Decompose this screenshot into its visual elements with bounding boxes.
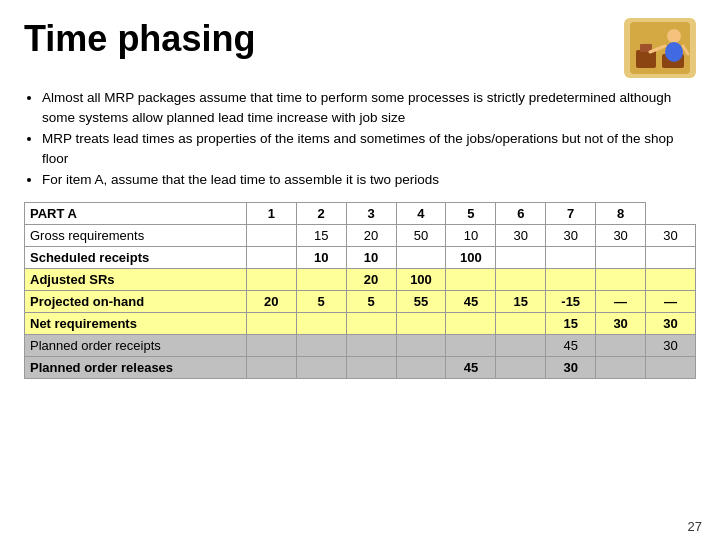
cell-r2-c6	[596, 268, 646, 290]
svg-rect-1	[636, 50, 656, 68]
cell-r5-c3	[446, 334, 496, 356]
cell-r3-c1: 5	[346, 290, 396, 312]
cell-r3-c0: 5	[296, 290, 346, 312]
header: Time phasing	[24, 18, 696, 78]
col-header-6: 6	[496, 202, 546, 224]
col-header-1: 1	[246, 202, 296, 224]
cell-r1-c7	[646, 246, 696, 268]
cell-r5-c7: 30	[646, 334, 696, 356]
col-header-7: 7	[546, 202, 596, 224]
row-blank	[246, 224, 296, 246]
cell-r0-c5: 30	[546, 224, 596, 246]
cell-r0-c1: 20	[346, 224, 396, 246]
cell-r2-c2: 100	[396, 268, 446, 290]
row-label: Planned order receipts	[25, 334, 247, 356]
cell-r6-c5: 30	[546, 356, 596, 378]
cell-r6-c1	[346, 356, 396, 378]
cell-r2-c3	[446, 268, 496, 290]
cell-r0-c6: 30	[596, 224, 646, 246]
cell-r4-c4	[496, 312, 546, 334]
row-blank	[246, 312, 296, 334]
cell-r1-c2	[396, 246, 446, 268]
cell-r0-c4: 30	[496, 224, 546, 246]
cell-r1-c0: 10	[296, 246, 346, 268]
cell-r2-c0	[296, 268, 346, 290]
cell-r3-c5: -15	[546, 290, 596, 312]
cell-r0-c0: 15	[296, 224, 346, 246]
cell-r1-c5	[546, 246, 596, 268]
table-row: Gross requirements1520501030303030	[25, 224, 696, 246]
row-blank	[246, 246, 296, 268]
cell-r4-c7: 30	[646, 312, 696, 334]
cell-r5-c5: 45	[546, 334, 596, 356]
cell-r6-c4	[496, 356, 546, 378]
bullet-1: Almost all MRP packages assume that time…	[42, 88, 696, 127]
cell-r1-c4	[496, 246, 546, 268]
row-label: Gross requirements	[25, 224, 247, 246]
table-row: Planned order releases4530	[25, 356, 696, 378]
cell-r3-c3: 45	[446, 290, 496, 312]
col-header-2: 2	[296, 202, 346, 224]
cell-r6-c2	[396, 356, 446, 378]
mrp-table: PART A 1 2 3 4 5 6 7 8 Gross requirement…	[24, 202, 696, 379]
bullet-list: Almost all MRP packages assume that time…	[24, 88, 696, 190]
cell-r4-c2	[396, 312, 446, 334]
slide: Time phasing Almost all MRP packages ass…	[0, 0, 720, 540]
cell-r5-c1	[346, 334, 396, 356]
row-blank	[246, 334, 296, 356]
row-label: Scheduled receipts	[25, 246, 247, 268]
cell-r6-c7	[646, 356, 696, 378]
row-blank	[246, 268, 296, 290]
cell-r4-c1	[346, 312, 396, 334]
cell-r5-c0	[296, 334, 346, 356]
cell-r4-c6: 30	[596, 312, 646, 334]
cell-r4-c3	[446, 312, 496, 334]
col-header-5: 5	[446, 202, 496, 224]
cell-r2-c1: 20	[346, 268, 396, 290]
col-header-3: 3	[346, 202, 396, 224]
page-title: Time phasing	[24, 18, 255, 60]
cell-r3-c2: 55	[396, 290, 446, 312]
cell-r6-c0	[296, 356, 346, 378]
row-label: Net requirements	[25, 312, 247, 334]
cell-r1-c6	[596, 246, 646, 268]
bullet-2: MRP treats lead times as properties of t…	[42, 129, 696, 168]
cell-r3-c4: 15	[496, 290, 546, 312]
svg-point-4	[667, 29, 681, 43]
col-header-4: 4	[396, 202, 446, 224]
cell-r4-c0	[296, 312, 346, 334]
cell-r3-c7: —	[646, 290, 696, 312]
cell-r5-c2	[396, 334, 446, 356]
col-header-label: PART A	[25, 202, 247, 224]
cell-r3-c6: —	[596, 290, 646, 312]
cell-r0-c7: 30	[646, 224, 696, 246]
table-row: Adjusted SRs20100	[25, 268, 696, 290]
row-label: Projected on-hand	[25, 290, 247, 312]
cell-r1-c1: 10	[346, 246, 396, 268]
table-row: Scheduled receipts1010100	[25, 246, 696, 268]
cell-r0-c2: 50	[396, 224, 446, 246]
cell-r6-c3: 45	[446, 356, 496, 378]
cell-r5-c6	[596, 334, 646, 356]
row-label: Planned order releases	[25, 356, 247, 378]
cell-r2-c5	[546, 268, 596, 290]
table-row: Projected on-hand2055554515-15——	[25, 290, 696, 312]
cell-r5-c4	[496, 334, 546, 356]
col-header-8: 8	[596, 202, 646, 224]
cell-r6-c6	[596, 356, 646, 378]
cell-r2-c7	[646, 268, 696, 290]
table-row: Net requirements153030	[25, 312, 696, 334]
cell-r2-c4	[496, 268, 546, 290]
slide-number: 27	[688, 519, 702, 534]
svg-point-5	[665, 42, 683, 62]
header-icon	[624, 18, 696, 78]
row-label: Adjusted SRs	[25, 268, 247, 290]
row-prefix: 20	[246, 290, 296, 312]
table-row: Planned order receipts4530	[25, 334, 696, 356]
bullet-3: For item A, assume that the lead time to…	[42, 170, 696, 190]
cell-r0-c3: 10	[446, 224, 496, 246]
cell-r1-c3: 100	[446, 246, 496, 268]
row-blank	[246, 356, 296, 378]
cell-r4-c5: 15	[546, 312, 596, 334]
